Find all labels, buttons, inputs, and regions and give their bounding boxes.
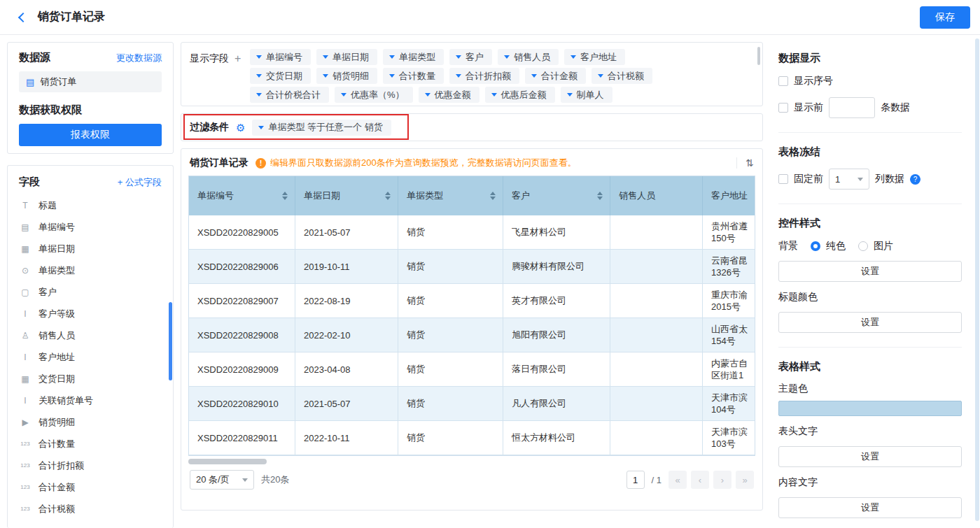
chevron-down-icon <box>858 178 863 181</box>
field-item[interactable]: 123 合计折扣额 <box>8 455 173 476</box>
report-permission-button[interactable]: 报表权限 <box>19 124 162 146</box>
field-item[interactable]: ▦ 单据日期 <box>8 238 173 259</box>
display-field-chip[interactable]: 单据编号 <box>250 49 311 65</box>
last-page-button[interactable]: » <box>736 471 754 489</box>
field-item[interactable]: ▶ 销货明细 <box>8 411 173 433</box>
field-item[interactable]: 123 合计数量 <box>8 433 173 455</box>
chip-label: 客户 <box>465 51 484 64</box>
display-field-chip[interactable]: 合计价税合计 <box>250 87 329 103</box>
freeze-count-select[interactable]: 1 <box>829 169 869 190</box>
display-field-chip[interactable]: 单据日期 <box>316 49 377 65</box>
display-field-chip[interactable]: 销售人员 <box>498 49 559 65</box>
field-item[interactable]: ⊙ 单据类型 <box>8 259 173 281</box>
show-serial-checkbox[interactable] <box>778 76 788 86</box>
theme-color-swatch[interactable] <box>778 401 962 416</box>
page-scrollbar[interactable] <box>975 38 979 521</box>
calendar-icon: ▦ <box>19 244 31 254</box>
current-page-box[interactable]: 1 <box>626 471 645 489</box>
content-text-set-button[interactable]: 设置 <box>778 497 962 518</box>
table-body: XSDD20220829005 2021-05-07 销货 飞星材料公司 贵州省… <box>189 215 755 455</box>
freeze-prefix: 固定前 <box>794 173 823 185</box>
column-header[interactable]: 客户地址 <box>703 176 755 215</box>
save-button[interactable]: 保存 <box>920 6 970 29</box>
column-sort-icon[interactable] <box>385 192 391 200</box>
back-icon[interactable] <box>18 12 28 22</box>
field-item[interactable]: ▦ 交货日期 <box>8 368 173 390</box>
filter-condition-chip[interactable]: 单据类型 等于任意一个 销货 <box>252 120 391 136</box>
cell-doc-date: 2023-04-08 <box>295 352 398 387</box>
display-field-chip[interactable]: 优惠金额 <box>419 87 479 103</box>
show-first-checkbox[interactable] <box>778 103 788 113</box>
field-item[interactable]: I 关联销货单号 <box>8 390 173 411</box>
form-doc-icon: ▤ <box>26 77 34 87</box>
display-field-chip[interactable]: 客户 <box>449 49 492 65</box>
display-field-chip[interactable]: 合计数量 <box>383 68 444 84</box>
chip-label: 合计折扣额 <box>465 70 511 83</box>
help-icon[interactable]: ? <box>910 174 920 185</box>
display-field-chip[interactable]: 制单人 <box>561 87 612 103</box>
display-field-chip[interactable]: 合计金额 <box>525 68 586 84</box>
solid-color-label: 纯色 <box>826 240 846 252</box>
field-item[interactable]: T 标题 <box>8 194 173 216</box>
display-field-chip[interactable]: 客户地址 <box>564 49 625 65</box>
scrollbar-thumb[interactable] <box>188 459 267 464</box>
column-header[interactable]: 单据类型 <box>398 176 503 215</box>
field-item[interactable]: ▢ 客户 <box>8 281 173 303</box>
cell-salesperson <box>610 387 703 421</box>
add-field-icon[interactable]: + <box>234 53 241 64</box>
field-item[interactable]: 123 合计金额 <box>8 476 173 498</box>
field-item[interactable]: 123 合计税额 <box>8 498 173 520</box>
left-panel-scrollbar[interactable] <box>169 302 172 380</box>
field-label: 客户等级 <box>38 308 75 320</box>
column-header[interactable]: 销售人员 <box>610 176 703 215</box>
chip-label: 单据类型 <box>399 51 435 64</box>
cell-customer: 英才有限公司 <box>503 284 610 318</box>
page-size-select[interactable]: 20 条/页 <box>190 470 254 490</box>
prev-page-button[interactable]: ‹ <box>691 471 709 489</box>
display-field-chip[interactable]: 交货日期 <box>250 68 311 84</box>
widget-style-title: 控件样式 <box>778 217 962 230</box>
change-datasource-link[interactable]: 更改数据源 <box>116 52 162 64</box>
datasource-item[interactable]: ▤ 销货订单 <box>19 71 162 92</box>
display-field-chip[interactable]: 合计折扣额 <box>449 68 519 84</box>
display-field-chip[interactable]: 合计税额 <box>592 68 652 84</box>
freeze-title: 表格冻结 <box>778 145 962 159</box>
cell-customer-address: 贵州省遵 150号 <box>703 215 755 250</box>
first-page-button[interactable]: « <box>668 471 687 489</box>
column-header[interactable]: 单据编号 <box>189 176 295 215</box>
background-set-button[interactable]: 设置 <box>778 261 962 282</box>
display-field-chip[interactable]: 单据类型 <box>383 49 444 65</box>
next-page-button[interactable]: › <box>713 471 732 489</box>
field-item[interactable]: ▤ 单据编号 <box>8 216 173 238</box>
display-fields-scrollbar[interactable] <box>757 47 760 65</box>
freeze-checkbox[interactable] <box>778 174 788 184</box>
column-header[interactable]: 单据日期 <box>295 176 398 215</box>
field-item[interactable]: I 客户地址 <box>8 346 173 368</box>
column-sort-icon[interactable] <box>490 192 496 200</box>
column-header-label: 单据日期 <box>304 190 340 202</box>
chip-label: 合计价税合计 <box>266 89 321 101</box>
add-formula-field-link[interactable]: + 公式字段 <box>118 176 162 189</box>
field-label: 单据类型 <box>38 264 75 277</box>
header-text-set-button[interactable]: 设置 <box>778 446 962 467</box>
gear-icon[interactable]: ⚙ <box>236 122 245 133</box>
column-sort-icon[interactable] <box>282 192 288 200</box>
chip-label: 优惠金额 <box>435 89 471 101</box>
display-fields-label: 显示字段 <box>190 52 229 65</box>
column-sort-icon[interactable] <box>597 192 603 200</box>
datasource-panel: 数据源 更改数据源 ▤ 销货订单 数据获取权限 报表权限 <box>7 42 174 154</box>
record-count-input[interactable] <box>829 97 875 118</box>
solid-color-radio[interactable] <box>811 241 820 251</box>
column-header[interactable]: 客户 <box>503 176 610 215</box>
field-item[interactable]: I 客户等级 <box>8 303 173 324</box>
column-header-label: 单据编号 <box>197 190 234 202</box>
display-field-chip[interactable]: 优惠后金额 <box>485 87 555 103</box>
display-field-chip[interactable]: 销货明细 <box>316 68 377 84</box>
display-field-chip[interactable]: 优惠率（%） <box>335 87 413 103</box>
sort-settings-icon[interactable]: ⇅ <box>736 157 754 169</box>
column-header-label: 客户 <box>512 190 530 202</box>
chevron-down-icon <box>242 478 248 482</box>
field-item[interactable]: ♙ 销售人员 <box>8 324 173 346</box>
image-radio[interactable] <box>858 241 868 251</box>
title-color-set-button[interactable]: 设置 <box>778 312 962 333</box>
